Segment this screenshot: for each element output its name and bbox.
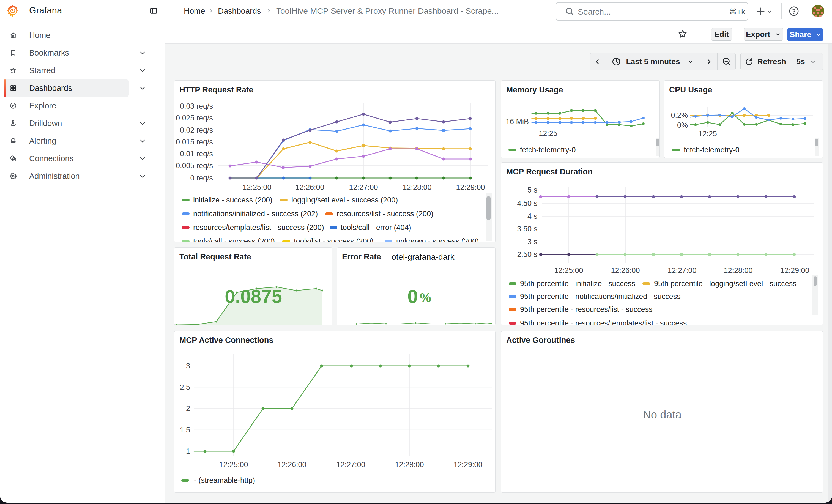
svg-text:resources/templates/list - suc: resources/templates/list - success (200) (193, 223, 324, 232)
svg-text:95th percentile - logging/setL: 95th percentile - logging/setLevel - suc… (654, 280, 797, 288)
svg-text:4.50 s: 4.50 s (517, 199, 537, 207)
svg-text:3.50 s: 3.50 s (517, 225, 537, 233)
svg-text:1.5: 1.5 (180, 426, 190, 434)
svg-text:0 req/s: 0 req/s (190, 174, 213, 182)
svg-text:tools/list - success (200): tools/list - success (200) (294, 237, 374, 242)
svg-text:0.015 req/s: 0.015 req/s (176, 138, 213, 146)
svg-text:0.0875: 0.0875 (225, 286, 282, 307)
svg-text:12:29:00: 12:29:00 (456, 183, 485, 191)
svg-text:12:28:00: 12:28:00 (395, 460, 424, 469)
svg-text:12:26:00: 12:26:00 (611, 266, 640, 274)
svg-text:0.01 req/s: 0.01 req/s (180, 150, 213, 158)
svg-text:95th percentile - resources/te: 95th percentile - resources/templates/li… (520, 319, 687, 325)
svg-text:4 s: 4 s (527, 212, 537, 220)
svg-text:otel-grafana-dark: otel-grafana-dark (391, 252, 454, 261)
svg-text:12:29:00: 12:29:00 (453, 460, 482, 469)
svg-text:%: % (420, 291, 431, 305)
svg-text:12:27:00: 12:27:00 (668, 266, 696, 274)
svg-text:5 s: 5 s (527, 186, 537, 194)
svg-text:0: 0 (408, 286, 418, 307)
svg-text:3: 3 (186, 362, 190, 370)
svg-text:2: 2 (186, 404, 190, 413)
svg-text:0%: 0% (677, 121, 688, 129)
svg-text:initialize - success (200): initialize - success (200) (193, 196, 272, 204)
svg-text:tools/call - success (200): tools/call - success (200) (193, 237, 275, 242)
svg-text:2.5: 2.5 (180, 383, 190, 392)
svg-text:16 MiB: 16 MiB (506, 117, 529, 126)
svg-text:resources/list - success (200): resources/list - success (200) (337, 210, 433, 218)
svg-text:fetch-telemetry-0: fetch-telemetry-0 (520, 146, 576, 154)
svg-text:12:25:00: 12:25:00 (554, 266, 583, 274)
svg-text:12:25: 12:25 (539, 129, 557, 137)
svg-text:1: 1 (186, 447, 190, 455)
svg-text:2.50 s: 2.50 s (517, 250, 537, 259)
svg-text:12:25:00: 12:25:00 (219, 460, 248, 469)
svg-text:12:28:00: 12:28:00 (402, 183, 432, 191)
svg-text:95th percentile - initialize -: 95th percentile - initialize - success (520, 280, 635, 288)
svg-text:12:25:00: 12:25:00 (242, 183, 271, 191)
svg-text:No data: No data (643, 408, 682, 421)
svg-text:95th percentile - notification: 95th percentile - notifications/initiali… (520, 292, 681, 301)
svg-text:logging/setLevel - success (20: logging/setLevel - success (200) (291, 196, 398, 204)
svg-text:unknown - success (200): unknown - success (200) (396, 237, 479, 242)
svg-text:12:26:00: 12:26:00 (277, 460, 306, 469)
svg-text:12:29:00: 12:29:00 (780, 266, 809, 274)
svg-text:12:28:00: 12:28:00 (724, 266, 753, 274)
svg-text:fetch-telemetry-0: fetch-telemetry-0 (684, 146, 739, 154)
svg-text:12:27:00: 12:27:00 (349, 183, 378, 191)
svg-text:0.025 req/s: 0.025 req/s (176, 114, 213, 122)
svg-text:12:27:00: 12:27:00 (336, 460, 365, 469)
svg-text:95th percentile - resources/li: 95th percentile - resources/list - succe… (520, 306, 653, 314)
svg-text:tools/call - error (404): tools/call - error (404) (341, 223, 411, 232)
svg-text:3 s: 3 s (527, 238, 537, 246)
svg-text:0.03 req/s: 0.03 req/s (180, 102, 213, 110)
svg-text:notifications/initialized - su: notifications/initialized - success (202… (193, 210, 318, 218)
svg-text:12:25: 12:25 (698, 130, 717, 138)
svg-text:12:26:00: 12:26:00 (295, 183, 324, 191)
svg-text:- (streamable-http): - (streamable-http) (194, 476, 255, 484)
svg-text:0.005 req/s: 0.005 req/s (176, 161, 213, 170)
svg-text:0.2%: 0.2% (671, 111, 688, 120)
svg-text:0.02 req/s: 0.02 req/s (180, 126, 213, 134)
